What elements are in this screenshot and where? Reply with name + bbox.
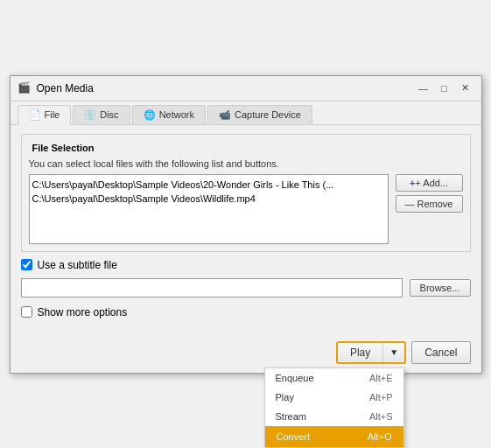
- play-button[interactable]: Play: [338, 343, 383, 362]
- tab-disc[interactable]: 💿 Disc: [73, 105, 130, 124]
- file-item-2: C:\Users\payal\Desktop\Sample Videos\Wil…: [32, 192, 385, 206]
- subtitle-label: Use a subtitle file: [38, 259, 117, 271]
- play-dropdown-arrow[interactable]: ▼: [383, 343, 404, 362]
- maximize-button[interactable]: □: [436, 81, 453, 95]
- title-bar-controls: — □ ✕: [415, 81, 474, 95]
- dropdown-stream[interactable]: Stream Alt+S: [265, 407, 403, 426]
- open-media-window: 🎬 Open Media — □ ✕ 📄 File 💿 Disc 🌐 Netwo…: [10, 75, 482, 374]
- footer: Play ▼ Cancel Enqueue Alt+E Play Alt+P S…: [11, 336, 481, 373]
- dropdown-convert[interactable]: Convert Alt+O: [265, 426, 403, 447]
- dropdown-play[interactable]: Play Alt+P: [265, 388, 403, 407]
- remove-button[interactable]: — Remove: [396, 195, 463, 213]
- file-selection-title: File Selection: [29, 143, 98, 153]
- tab-capture[interactable]: 📹 Capture Device: [207, 105, 312, 124]
- file-buttons: + + Add... — Remove: [396, 174, 463, 213]
- title-bar-left: 🎬 Open Media: [18, 81, 94, 95]
- window-title: Open Media: [37, 82, 94, 94]
- subtitle-input-row: Browse...: [21, 278, 471, 298]
- file-selection-desc: You can select local files with the foll…: [29, 158, 463, 169]
- tab-capture-label: Capture Device: [235, 109, 301, 120]
- enqueue-shortcut: Alt+E: [369, 373, 393, 383]
- convert-shortcut: Alt+O: [368, 431, 392, 442]
- network-tab-icon: 🌐: [144, 109, 156, 121]
- play-label: Play: [276, 392, 294, 402]
- tab-network-label: Network: [159, 109, 194, 120]
- stream-shortcut: Alt+S: [369, 411, 393, 422]
- subtitle-checkbox-row: Use a subtitle file: [21, 259, 471, 271]
- tab-bar: 📄 File 💿 Disc 🌐 Network 📹 Capture Device: [11, 102, 481, 125]
- stream-label: Stream: [276, 411, 306, 422]
- file-list-row: C:\Users\payal\Desktop\Sample Videos\20-…: [29, 174, 463, 244]
- subtitle-checkbox[interactable]: [21, 259, 32, 270]
- cancel-button[interactable]: Cancel: [411, 341, 470, 364]
- tab-file-label: File: [45, 109, 60, 120]
- file-list-box[interactable]: C:\Users\payal\Desktop\Sample Videos\20-…: [29, 174, 389, 244]
- show-more-label: Show more options: [38, 306, 128, 318]
- show-more-checkbox[interactable]: [21, 306, 32, 318]
- show-more-row: Show more options: [21, 306, 471, 318]
- minimize-button[interactable]: —: [415, 81, 432, 95]
- vlc-icon: 🎬: [18, 81, 32, 95]
- tab-disc-label: Disc: [100, 109, 118, 120]
- title-bar: 🎬 Open Media — □ ✕: [11, 76, 481, 102]
- disc-tab-icon: 💿: [84, 109, 96, 121]
- file-tab-icon: 📄: [29, 109, 41, 121]
- capture-tab-icon: 📹: [219, 109, 231, 121]
- convert-label: Convert: [277, 431, 311, 442]
- enqueue-label: Enqueue: [276, 373, 314, 383]
- add-button[interactable]: + + Add...: [396, 174, 463, 192]
- tab-file[interactable]: 📄 File: [18, 105, 72, 125]
- file-item-1: C:\Users\payal\Desktop\Sample Videos\20-…: [32, 178, 385, 192]
- subtitle-input[interactable]: [21, 278, 403, 298]
- close-button[interactable]: ✕: [457, 81, 474, 95]
- dropdown-enqueue[interactable]: Enqueue Alt+E: [265, 368, 403, 388]
- play-shortcut: Alt+P: [369, 392, 393, 402]
- play-dropdown: Play ▼: [336, 341, 406, 364]
- main-content: File Selection You can select local file…: [11, 125, 481, 336]
- file-selection-group: File Selection You can select local file…: [21, 134, 471, 252]
- dropdown-menu: Enqueue Alt+E Play Alt+P Stream Alt+S Co…: [264, 368, 404, 448]
- minus-icon: —: [405, 199, 415, 209]
- browse-button[interactable]: Browse...: [410, 279, 471, 297]
- tab-network[interactable]: 🌐 Network: [132, 105, 206, 124]
